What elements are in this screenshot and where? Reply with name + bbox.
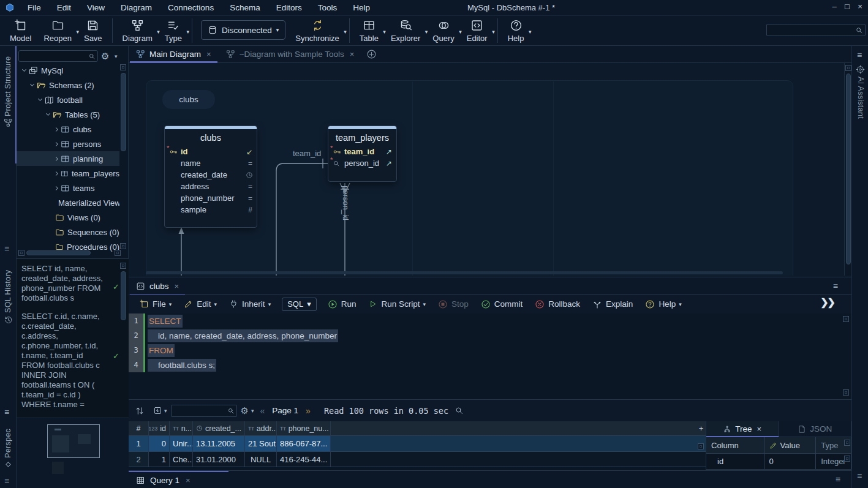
perspective-strip[interactable]: Perspec: [4, 421, 12, 458]
cell-rownum[interactable]: 2: [129, 452, 149, 467]
diagram-table-clubs[interactable]: clubs * id ↙ name = created_date address: [164, 126, 257, 228]
header-rownum[interactable]: #: [129, 421, 149, 436]
close-icon[interactable]: ×: [757, 424, 762, 434]
chevron-down-icon[interactable]: [22, 67, 26, 72]
sql-history-entry[interactable]: SELECT c.id, c.name, c.created_date, c.a…: [21, 312, 108, 410]
chevron-right-icon[interactable]: [54, 156, 58, 160]
results-filter-box[interactable]: [171, 405, 237, 417]
table-button[interactable]: Table ▾: [353, 16, 385, 43]
tab-json[interactable]: JSON: [779, 421, 852, 437]
tab-sample-diagram[interactable]: ~Diagram with Sample Tools ×: [219, 46, 362, 63]
panel-menu-icon[interactable]: ≡: [4, 476, 9, 486]
close-button[interactable]: ×: [855, 2, 866, 11]
chevron-right-icon[interactable]: [54, 186, 58, 190]
chevron-down-icon[interactable]: ▾: [251, 408, 254, 414]
panel-menu-icon[interactable]: ≡: [857, 471, 862, 481]
tree-item-team-players[interactable]: team_players: [17, 166, 119, 181]
tree-vscrollbar[interactable]: [121, 73, 126, 151]
run-script-button[interactable]: Run Script▾: [363, 299, 431, 309]
code-line[interactable]: 1 SELECT: [129, 313, 851, 328]
tree-item-views[interactable]: Views (0): [17, 210, 119, 225]
chevron-right-icon[interactable]: [54, 141, 58, 146]
diagram-button[interactable]: Diagram ▾: [116, 16, 159, 43]
sql-help-button[interactable]: Help▾: [640, 299, 686, 309]
cell-phone[interactable]: 416-245-44...: [277, 452, 331, 467]
add-tab-icon[interactable]: [366, 49, 377, 59]
help-button[interactable]: Help ▾: [502, 16, 530, 43]
scroll-button[interactable]: [698, 443, 704, 449]
cell-id[interactable]: 1: [149, 452, 170, 467]
minimize-button[interactable]: –: [829, 2, 840, 11]
table-title[interactable]: team_players: [328, 129, 396, 146]
panel-menu-icon[interactable]: ≡: [4, 244, 9, 253]
file-menu-button[interactable]: File▾: [135, 299, 176, 309]
chevron-down-icon[interactable]: ▾: [115, 53, 118, 59]
connection-dropdown[interactable]: Disconnected ▾: [201, 20, 285, 40]
tree-item-schemas[interactable]: Schemas (2): [17, 78, 119, 92]
search-icon[interactable]: [455, 406, 464, 415]
chevron-down-icon[interactable]: [38, 97, 42, 101]
code-line[interactable]: 3 FROM: [129, 343, 851, 358]
column-row-phone-number[interactable]: phone_number =: [165, 192, 257, 204]
column-row-address[interactable]: address =: [165, 181, 257, 192]
query-button[interactable]: Query ▾: [426, 16, 460, 43]
cell-rownum[interactable]: 1: [129, 436, 149, 452]
grid-row-selected[interactable]: 1 0 Unir... 13.11.2005 21 Sout... 886-06…: [129, 436, 706, 452]
type-button[interactable]: Type ▾: [159, 16, 188, 43]
scroll-down-button[interactable]: [844, 456, 850, 462]
menu-editors[interactable]: Editors: [268, 3, 310, 12]
sql-code-editor[interactable]: 1 SELECT 2 id, name, created_date, addre…: [129, 313, 851, 399]
tree-item-clubs[interactable]: clubs: [17, 122, 119, 137]
header-address[interactable]: Tтaddr...: [245, 421, 277, 436]
results-filter-input[interactable]: [172, 407, 227, 415]
sql-history-entry[interactable]: SELECT id, name, created_date, address, …: [21, 264, 108, 303]
chevron-down-icon[interactable]: ▾: [344, 29, 347, 35]
cell-created-date[interactable]: 31.01.2000: [193, 452, 245, 467]
menu-diagram[interactable]: Diagram: [113, 3, 160, 12]
menu-file[interactable]: File: [20, 3, 49, 12]
chevron-right-icon[interactable]: [54, 127, 58, 131]
tree-search-input[interactable]: [19, 52, 88, 61]
header-id[interactable]: 123id: [149, 421, 170, 436]
column-row-person-id[interactable]: * person_id ↗: [328, 157, 396, 169]
commit-button[interactable]: Commit: [476, 299, 528, 309]
rollback-button[interactable]: Rollback: [530, 299, 585, 309]
synchronize-button[interactable]: Synchronize ▾: [289, 16, 345, 43]
canvas-vscroll-thumb[interactable]: [846, 73, 851, 265]
gear-icon[interactable]: ⚙: [241, 405, 249, 416]
transpose-icon[interactable]: [135, 406, 145, 416]
editor-button[interactable]: Editor ▾: [461, 16, 494, 43]
chevron-down-icon[interactable]: ▾: [186, 29, 189, 35]
column-row-id[interactable]: * id ↙: [165, 146, 257, 157]
relationship-label-team-id[interactable]: team_id: [293, 149, 321, 158]
cell-address[interactable]: 21 Sout...: [245, 436, 277, 452]
tree-search-box[interactable]: [18, 50, 98, 62]
chevron-down-icon[interactable]: ▾: [164, 408, 167, 414]
detail-header-column[interactable]: Column: [706, 437, 764, 454]
inherit-menu-button[interactable]: Inherit▾: [224, 299, 276, 309]
scroll-up-button[interactable]: [845, 65, 851, 71]
table-callout[interactable]: clubs: [162, 90, 215, 109]
detail-data-row[interactable]: id 0 Integer: [706, 454, 851, 470]
cell-name[interactable]: Che...: [170, 452, 193, 467]
close-icon[interactable]: ×: [206, 50, 211, 59]
global-search-box[interactable]: [766, 24, 866, 36]
project-structure-strip[interactable]: Project Structure: [4, 49, 12, 116]
maximize-button[interactable]: □: [842, 2, 853, 11]
minimap-viewport[interactable]: [47, 424, 100, 458]
global-search-input[interactable]: [767, 26, 855, 34]
cell-phone[interactable]: 886-067-87...: [277, 436, 331, 452]
header-phone[interactable]: Tтphone_nu...: [277, 421, 331, 436]
chevron-right-icon[interactable]: [54, 171, 58, 175]
canvas-hscroll-thumb[interactable]: [146, 271, 783, 274]
tree-item-mysql[interactable]: MySql: [17, 63, 119, 78]
cell-address[interactable]: NULL: [245, 452, 277, 467]
diagram-canvas[interactable]: clubs clubs * id ↙ name = created_date: [129, 63, 851, 276]
tree-item-sequences[interactable]: Sequences (0): [17, 225, 119, 239]
tree-hscrollbar[interactable]: [26, 250, 91, 255]
menu-help[interactable]: Help: [345, 3, 378, 12]
diagram-table-team-players[interactable]: team_players * team_id ↗ * person_id ↗: [328, 126, 397, 182]
tree-item-teams[interactable]: teams: [17, 181, 119, 195]
tree-item-football[interactable]: football: [17, 92, 119, 107]
column-row-sample[interactable]: sample #: [165, 204, 257, 216]
